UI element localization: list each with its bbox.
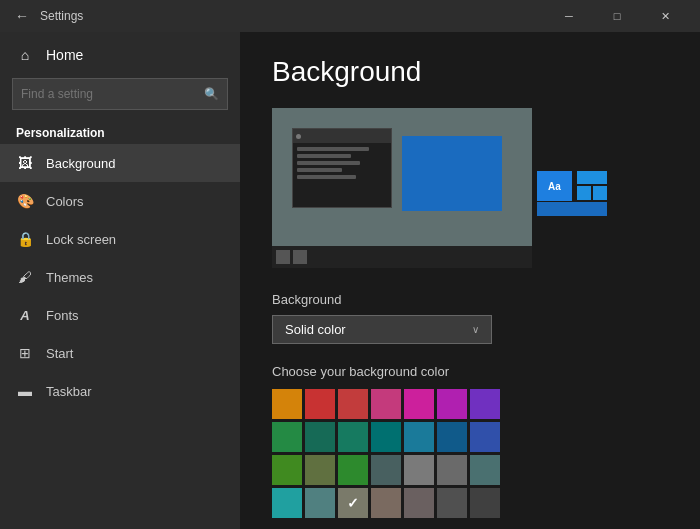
preview-tile1 (577, 171, 607, 184)
page-title: Background (272, 56, 668, 88)
color-swatch[interactable] (371, 422, 401, 452)
sidebar-item-themes[interactable]: 🖌 Themes (0, 258, 240, 296)
color-grid (272, 389, 668, 518)
sidebar-item-start[interactable]: ⊞ Start (0, 334, 240, 372)
color-swatch[interactable] (272, 422, 302, 452)
sidebar-item-taskbar[interactable]: ▬ Taskbar (0, 372, 240, 410)
color-swatch[interactable] (305, 389, 335, 419)
sidebar: ⌂ Home 🔍 Personalization 🖼 Background 🎨 … (0, 32, 240, 529)
color-swatch[interactable] (404, 422, 434, 452)
home-label: Home (46, 47, 83, 63)
preview-tile4 (537, 202, 607, 216)
color-row (272, 422, 668, 452)
background-preview: Aa (272, 108, 532, 268)
titlebar: ← Settings ─ □ ✕ (0, 0, 700, 32)
start-icon: ⊞ (16, 344, 34, 362)
preview-tile3 (593, 186, 607, 200)
maximize-button[interactable]: □ (594, 0, 640, 32)
window-controls: ─ □ ✕ (546, 0, 688, 32)
color-swatch[interactable] (305, 422, 335, 452)
color-swatch[interactable] (305, 488, 335, 518)
color-swatch[interactable] (470, 455, 500, 485)
taskbar-label: Taskbar (46, 384, 92, 399)
app-body: ⌂ Home 🔍 Personalization 🖼 Background 🎨 … (0, 32, 700, 529)
color-swatch[interactable] (437, 389, 467, 419)
color-swatch[interactable] (371, 488, 401, 518)
color-row (272, 389, 668, 419)
themes-icon: 🖌 (16, 268, 34, 286)
search-icon: 🔍 (204, 87, 219, 101)
background-label: Background (272, 292, 668, 307)
back-button[interactable]: ← (12, 6, 32, 26)
background-dropdown[interactable]: Solid color ∨ (272, 315, 492, 344)
sidebar-home[interactable]: ⌂ Home (0, 36, 240, 74)
sidebar-item-colors[interactable]: 🎨 Colors (0, 182, 240, 220)
color-swatch[interactable] (470, 422, 500, 452)
fonts-label: Fonts (46, 308, 79, 323)
preview-aa-tile: Aa (537, 171, 572, 201)
color-swatch[interactable] (338, 455, 368, 485)
color-swatch[interactable] (272, 455, 302, 485)
back-icon: ← (15, 8, 29, 24)
color-swatch[interactable] (338, 422, 368, 452)
color-row (272, 455, 668, 485)
colors-icon: 🎨 (16, 192, 34, 210)
preview-taskbar-icon1 (293, 250, 307, 264)
titlebar-title: Settings (40, 9, 83, 23)
main-content: Background Aa (240, 32, 700, 529)
color-swatch[interactable] (272, 389, 302, 419)
search-input[interactable] (21, 87, 204, 101)
color-swatch[interactable] (371, 389, 401, 419)
taskbar-icon: ▬ (16, 382, 34, 400)
preview-taskbar-start (276, 250, 290, 264)
fonts-icon: A (16, 306, 34, 324)
preview-taskbar (272, 246, 532, 268)
background-label: Background (46, 156, 115, 171)
sidebar-item-fonts[interactable]: A Fonts (0, 296, 240, 334)
themes-label: Themes (46, 270, 93, 285)
minimize-button[interactable]: ─ (546, 0, 592, 32)
color-swatch[interactable] (272, 488, 302, 518)
color-section-label: Choose your background color (272, 364, 668, 379)
color-swatch[interactable] (338, 488, 368, 518)
preview-tile2 (577, 186, 591, 200)
preview-start-menu: Aa (402, 136, 502, 211)
sidebar-item-lock-screen[interactable]: 🔒 Lock screen (0, 220, 240, 258)
background-icon: 🖼 (16, 154, 34, 172)
colors-label: Colors (46, 194, 84, 209)
sidebar-item-background[interactable]: 🖼 Background (0, 144, 240, 182)
color-swatch[interactable] (437, 455, 467, 485)
chevron-down-icon: ∨ (472, 324, 479, 335)
color-swatch[interactable] (437, 488, 467, 518)
color-swatch[interactable] (404, 455, 434, 485)
color-swatch[interactable] (437, 422, 467, 452)
lock-screen-label: Lock screen (46, 232, 116, 247)
color-swatch[interactable] (470, 488, 500, 518)
color-swatch[interactable] (404, 389, 434, 419)
color-swatch[interactable] (371, 455, 401, 485)
search-box[interactable]: 🔍 (12, 78, 228, 110)
color-row (272, 488, 668, 518)
color-swatch[interactable] (338, 389, 368, 419)
preview-window (292, 128, 392, 208)
preview-window-content (293, 143, 391, 183)
sidebar-section-label: Personalization (0, 118, 240, 144)
preview-window-titlebar (293, 129, 391, 143)
close-button[interactable]: ✕ (642, 0, 688, 32)
lock-icon: 🔒 (16, 230, 34, 248)
start-label: Start (46, 346, 73, 361)
color-swatch[interactable] (305, 455, 335, 485)
dropdown-value: Solid color (285, 322, 346, 337)
color-swatch[interactable] (404, 488, 434, 518)
color-swatch[interactable] (470, 389, 500, 419)
home-icon: ⌂ (16, 46, 34, 64)
